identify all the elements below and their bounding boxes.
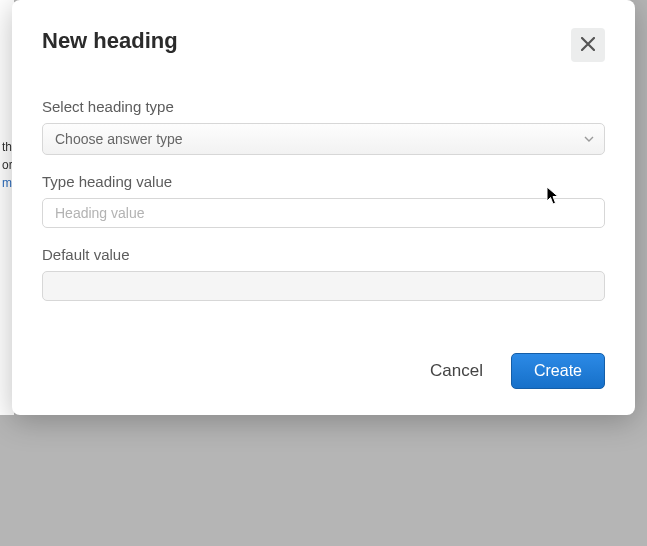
bg-text: th <box>2 140 12 154</box>
heading-type-select[interactable]: Choose answer type <box>42 123 605 155</box>
default-value-input[interactable] <box>42 271 605 301</box>
heading-value-label: Type heading value <box>42 173 605 190</box>
cancel-button[interactable]: Cancel <box>426 353 487 389</box>
heading-type-selected-value: Choose answer type <box>55 131 183 147</box>
bg-text: m <box>2 176 12 190</box>
create-button[interactable]: Create <box>511 353 605 389</box>
close-icon <box>581 37 595 54</box>
default-value-label: Default value <box>42 246 605 263</box>
modal-title: New heading <box>42 28 178 54</box>
chevron-down-icon <box>584 136 594 142</box>
modal-body: Select heading type Choose answer type T… <box>42 98 605 301</box>
default-value-group: Default value <box>42 246 605 301</box>
heading-type-group: Select heading type Choose answer type <box>42 98 605 155</box>
modal-header: New heading <box>42 28 605 62</box>
close-button[interactable] <box>571 28 605 62</box>
heading-value-group: Type heading value <box>42 173 605 228</box>
modal-footer: Cancel Create <box>426 353 605 389</box>
heading-value-input[interactable] <box>42 198 605 228</box>
heading-type-label: Select heading type <box>42 98 605 115</box>
new-heading-modal: New heading Select heading type Choose a… <box>12 0 635 415</box>
